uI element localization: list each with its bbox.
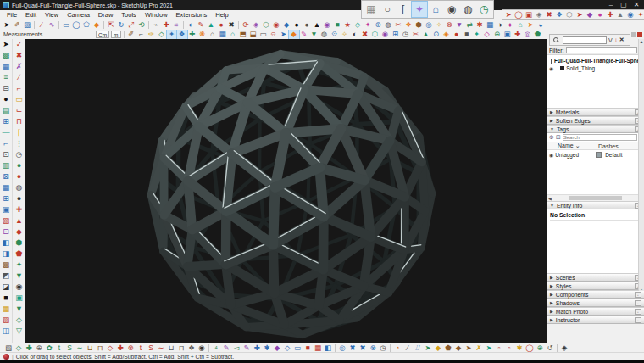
menu-draw[interactable]: Draw xyxy=(94,10,118,20)
toolbar-icon[interactable]: ⬢ xyxy=(414,20,424,30)
toolbar-icon[interactable]: ▼ xyxy=(309,30,319,39)
toolbar-icon[interactable]: ⬡ xyxy=(261,20,271,30)
toolbar-icon[interactable]: ● xyxy=(14,171,25,182)
toolbar-icon[interactable]: ▣ xyxy=(1,204,12,215)
toolbar-icon[interactable]: ✚ xyxy=(187,30,197,39)
toolbar-icon[interactable]: ⊞ xyxy=(1,116,12,127)
menu-camera[interactable]: Camera xyxy=(63,10,94,20)
toolbar-icon[interactable]: ◍ xyxy=(383,20,393,30)
toolbar-icon[interactable]: ✿ xyxy=(44,343,54,353)
toolbar-icon[interactable]: ● xyxy=(1,94,12,105)
scroll-thumb[interactable] xyxy=(569,196,622,200)
toolbar-icon[interactable]: ✧ xyxy=(434,20,444,30)
panel-header-match-photo[interactable]: ▶Match Photo◦ xyxy=(547,307,644,316)
tags-search-input[interactable] xyxy=(563,134,637,141)
toolbar-icon[interactable]: ➤ xyxy=(464,343,474,353)
toolbar-icon[interactable]: ▫ xyxy=(494,343,504,353)
toolbar-icon[interactable]: ⊓ xyxy=(14,116,25,127)
scroll-left-icon[interactable]: ◀ xyxy=(548,196,552,201)
toolbar-icon[interactable]: ⬓ xyxy=(248,30,258,39)
toolbar-icon[interactable]: ◐ xyxy=(186,20,196,30)
search-dropdown[interactable]: V xyxy=(608,37,613,43)
toolbar-icon[interactable]: S xyxy=(146,343,156,353)
toolbar-icon[interactable]: ◧ xyxy=(323,343,333,353)
toolbar-icon[interactable]: ▦ xyxy=(218,30,228,39)
model-viewport[interactable] xyxy=(25,39,547,343)
toolbar-icon[interactable]: ◇ xyxy=(482,30,492,39)
outliner-root-row[interactable]: Full-Quad-Full-Triangle-Full-Sphere xyxy=(549,57,644,64)
toolbar-icon[interactable]: ⌂ xyxy=(515,20,525,30)
toolbar-icon[interactable]: ⊕ xyxy=(492,30,502,39)
toolbar-icon[interactable]: ◒ xyxy=(536,20,546,30)
toolbar-icon[interactable]: ◆ xyxy=(281,20,291,30)
toolbar-icon[interactable]: ◈ xyxy=(251,20,261,30)
toolbar-icon[interactable]: ▲ xyxy=(14,215,25,226)
toolbar-icon[interactable]: ◷ xyxy=(14,149,25,160)
toolbar-icon[interactable]: ◈ xyxy=(534,10,544,20)
toolbar-icon[interactable]: ⬡ xyxy=(370,30,380,39)
toolbar-icon[interactable]: ◆ xyxy=(585,10,595,20)
toolbar-icon[interactable]: ▲ xyxy=(206,20,216,30)
menu-extensions[interactable]: Extensions xyxy=(172,10,212,20)
toolbar-icon[interactable]: ⟳ xyxy=(241,20,251,30)
toolbar-icon[interactable]: ⬠ xyxy=(81,20,92,30)
menu-help[interactable]: Help xyxy=(211,10,232,20)
menu-edit[interactable]: Edit xyxy=(21,10,41,20)
menu-view[interactable]: View xyxy=(41,10,63,20)
toolbar-icon[interactable]: ✎ xyxy=(196,20,206,30)
toolbar-icon[interactable]: ◆ xyxy=(272,343,282,353)
maximize-button[interactable]: ▢ xyxy=(618,0,630,9)
toolbar-icon[interactable]: ∕ xyxy=(36,20,47,30)
toolbar-icon[interactable]: ◆ xyxy=(92,20,102,30)
toolbar-icon[interactable]: ⬟ xyxy=(14,249,25,260)
toolbar-icon[interactable]: ▼ xyxy=(454,20,464,30)
toolbar-icon[interactable]: ❖ xyxy=(403,20,414,30)
toolbar-icon[interactable]: ✚ xyxy=(115,343,125,353)
toolbar-icon[interactable]: ◉ xyxy=(444,2,459,17)
toolbar-icon[interactable]: ● xyxy=(302,20,312,30)
toolbar-icon[interactable]: ⬟ xyxy=(533,30,543,39)
panel-header-instructor[interactable]: ▶Instructor◦ xyxy=(547,316,644,324)
toolbar-icon[interactable]: ⊞ xyxy=(1,193,12,204)
toolbar-icon[interactable]: ▥ xyxy=(1,160,12,171)
tags-name-column[interactable]: Name ⌄ xyxy=(558,142,598,149)
toolbar-icon[interactable]: ▲ xyxy=(615,10,625,20)
toolbar-icon[interactable]: ◉ xyxy=(322,20,332,30)
toolbar-icon[interactable]: ↺ xyxy=(545,343,555,353)
toolbar-icon[interactable]: ➤ xyxy=(503,10,514,20)
toolbar-icon[interactable]: ✦ xyxy=(412,2,427,17)
toolbar-icon[interactable]: ✚ xyxy=(24,343,34,353)
toolbar-icon[interactable]: ◪ xyxy=(1,282,12,293)
toolbar-icon[interactable]: ⊙ xyxy=(431,30,441,39)
search-close-icon[interactable]: ✕ xyxy=(619,36,625,43)
toolbar-icon[interactable]: ⇱ xyxy=(106,20,116,30)
toolbar-icon[interactable]: Cm xyxy=(96,31,109,38)
toolbar-icon[interactable]: ⌐ xyxy=(136,30,147,39)
toolbar-icon[interactable]: ⟲ xyxy=(136,20,147,30)
toolbar-icon[interactable]: ◐ xyxy=(350,30,360,39)
panel-header-entity-info[interactable]: ▼ Entity Info ◦ xyxy=(547,201,644,209)
toolbar-icon[interactable]: ✐ xyxy=(12,20,22,30)
toolbar-icon[interactable]: ♦ xyxy=(505,20,515,30)
toolbar-icon[interactable]: ▽ xyxy=(14,326,25,337)
toolbar-icon[interactable]: ➤ xyxy=(525,20,536,30)
toolbar-icon[interactable]: — xyxy=(1,127,12,138)
toolbar-icon[interactable]: ∼ xyxy=(75,343,85,353)
add-tag-folder-icon[interactable]: ⊞ xyxy=(556,134,561,141)
toolbar-icon[interactable]: ⊓ xyxy=(176,343,186,353)
toolbar-icon[interactable]: ⊔ xyxy=(85,343,95,353)
toolbar-icon[interactable]: ⋮ xyxy=(14,138,25,149)
toolbar-icon[interactable]: ▼ xyxy=(14,271,25,282)
toolbar-icon[interactable]: ✚ xyxy=(513,30,523,39)
toolbar-icon[interactable]: ◔ xyxy=(392,343,402,353)
toolbar-icon[interactable]: ▦ xyxy=(1,304,12,315)
toolbar-icon[interactable]: ▧ xyxy=(3,343,14,353)
toolbar-icon[interactable]: ▣ xyxy=(14,293,25,304)
toolbar-icon[interactable]: ■ xyxy=(462,30,472,39)
toolbar-icon[interactable]: ○ xyxy=(380,2,395,17)
toolbar-icon[interactable]: ✚ xyxy=(252,343,262,353)
toolbar-icon[interactable]: ⊞ xyxy=(391,30,401,39)
toolbar-icon[interactable]: ⊕ xyxy=(535,343,545,353)
menu-tools[interactable]: Tools xyxy=(117,10,141,20)
toolbar-icon[interactable]: ◧ xyxy=(1,237,12,249)
